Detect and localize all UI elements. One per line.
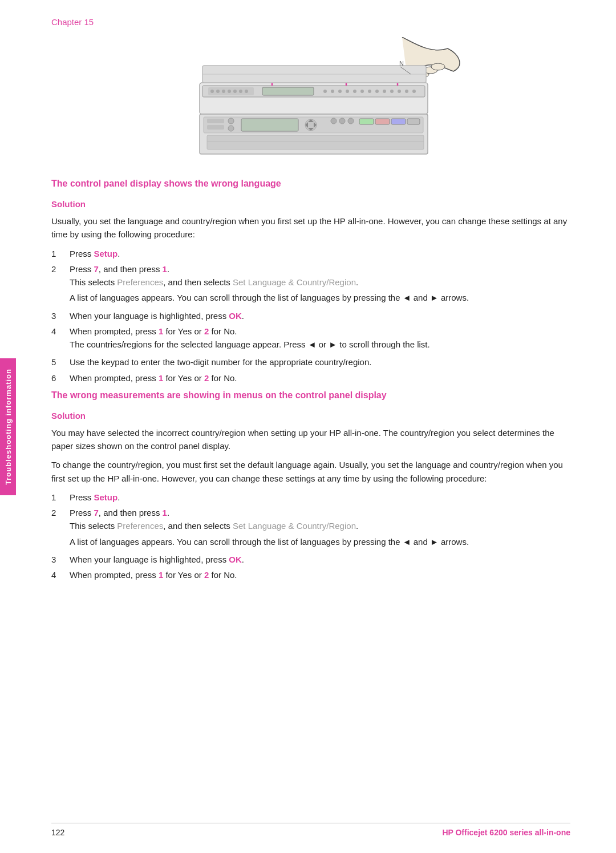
svg-point-27	[405, 90, 408, 93]
section2-steps: 1 Press Setup. 2 Press 7, and then press…	[51, 491, 570, 582]
sidebar-tab: Troubleshooting information	[0, 358, 16, 495]
section2-sub-heading: Solution	[51, 411, 570, 421]
svg-rect-37	[207, 119, 224, 123]
svg-point-26	[398, 90, 401, 93]
sub-text: This selects Preferences, and then selec…	[70, 276, 358, 289]
sub-text: This selects Preferences, and then selec…	[70, 519, 358, 532]
svg-point-23	[375, 90, 379, 93]
svg-point-18	[338, 90, 342, 93]
sub-text: A list of languages appears. You can scr…	[70, 535, 469, 548]
svg-point-22	[368, 90, 371, 93]
highlight-setlang: Set Language & Country/Region	[233, 277, 356, 287]
highlight-preferences: Preferences	[117, 521, 163, 531]
svg-point-11	[228, 90, 231, 93]
svg-point-17	[331, 90, 334, 93]
highlight-2: 2	[204, 326, 209, 336]
highlight-7: 7	[94, 508, 99, 518]
step-number: 5	[51, 355, 70, 369]
step-number: 3	[51, 553, 70, 566]
highlight-2: 2	[204, 373, 209, 383]
svg-point-47	[331, 118, 337, 124]
svg-point-21	[360, 90, 364, 93]
svg-point-16	[323, 90, 327, 93]
highlight-preferences: Preferences	[117, 277, 163, 287]
svg-point-13	[239, 90, 242, 93]
list-item: 2 Press 7, and then press 1. This select…	[51, 262, 570, 307]
step-content: Press 7, and then press 1.	[70, 506, 570, 519]
highlight-1: 1	[163, 264, 167, 274]
page-container: Troubleshooting information Chapter 15	[0, 0, 616, 853]
list-item: 3 When your language is highlighted, pre…	[51, 309, 570, 322]
step-content: When prompted, press 1 for Yes or 2 for …	[70, 371, 570, 385]
step-content: When your language is highlighted, press…	[70, 553, 570, 566]
svg-rect-51	[375, 119, 390, 124]
section1-heading: The control panel display shows the wron…	[51, 179, 570, 189]
svg-rect-38	[207, 125, 224, 130]
svg-rect-54	[207, 135, 424, 149]
list-item: 6 When prompted, press 1 for Yes or 2 fo…	[51, 371, 570, 385]
footer-bar: 122 HP Officejet 6200 series all-in-one	[51, 823, 570, 837]
list-item: 2 Press 7, and then press 1. This select…	[51, 506, 570, 551]
svg-point-49	[348, 118, 354, 124]
svg-text:N: N	[399, 60, 404, 67]
step-content: Press 7, and then press 1.	[70, 262, 570, 276]
svg-rect-50	[359, 119, 374, 124]
svg-rect-41	[241, 119, 298, 131]
svg-point-12	[233, 90, 237, 93]
section1-intro: Usually, you set the language and countr…	[51, 215, 570, 241]
step-number: 6	[51, 371, 70, 385]
step-number: 3	[51, 309, 70, 322]
step-content: Use the keypad to enter the two-digit nu…	[70, 355, 570, 369]
section1-steps: 1 Press Setup. 2 Press 7, and then press…	[51, 247, 570, 385]
footer-product: HP Officejet 6200 series all-in-one	[442, 828, 570, 837]
highlight-setup: Setup	[94, 492, 118, 502]
sub-text: The countries/regions for the selected l…	[70, 338, 430, 351]
highlight-1: 1	[159, 570, 163, 580]
svg-point-39	[228, 118, 234, 124]
highlight-ok: OK	[229, 555, 242, 564]
sub-text: A list of languages appears. You can scr…	[70, 291, 469, 304]
section2-intro1: You may have selected the incorrect coun…	[51, 426, 570, 453]
svg-point-19	[346, 90, 349, 93]
list-item: 3 When your language is highlighted, pre…	[51, 553, 570, 566]
device-image-area: N	[51, 37, 570, 163]
highlight-setlang: Set Language & Country/Region	[233, 521, 356, 531]
chapter-label: Chapter 15	[51, 17, 570, 27]
step-number: 1	[51, 491, 70, 504]
footer-page: 122	[51, 828, 64, 837]
device-illustration: N	[157, 37, 465, 163]
step-content: When prompted, press 1 for Yes or 2 for …	[70, 568, 570, 581]
list-item: 5 Use the keypad to enter the two-digit …	[51, 355, 570, 369]
section2-intro2: To change the country/region, you must f…	[51, 458, 570, 485]
svg-point-48	[339, 118, 345, 124]
svg-point-20	[353, 90, 356, 93]
highlight-setup: Setup	[94, 249, 118, 258]
svg-point-25	[390, 90, 394, 93]
step-content: When your language is highlighted, press…	[70, 309, 570, 322]
svg-point-9	[216, 90, 220, 93]
section1-sub-heading: Solution	[51, 199, 570, 209]
list-item: 1 Press Setup.	[51, 247, 570, 260]
step-number: 2	[51, 506, 70, 519]
svg-point-14	[245, 90, 248, 93]
svg-point-28	[412, 90, 416, 93]
step-content: Press Setup.	[70, 247, 570, 260]
highlight-2: 2	[204, 570, 209, 580]
svg-rect-52	[391, 119, 406, 124]
highlight-7: 7	[94, 264, 99, 274]
step-number: 2	[51, 262, 70, 276]
svg-rect-15	[262, 87, 314, 95]
highlight-1: 1	[159, 326, 163, 336]
list-item: 4 When prompted, press 1 for Yes or 2 fo…	[51, 568, 570, 581]
section2-heading: The wrong measurements are showing in me…	[51, 390, 570, 401]
svg-point-8	[210, 90, 214, 93]
list-item: 1 Press Setup.	[51, 491, 570, 504]
step-content: When prompted, press 1 for Yes or 2 for …	[70, 325, 570, 338]
step-number: 1	[51, 247, 70, 260]
step-content: Press Setup.	[70, 491, 570, 504]
svg-point-24	[383, 90, 386, 93]
step-number: 4	[51, 325, 70, 338]
list-item: 4 When prompted, press 1 for Yes or 2 fo…	[51, 325, 570, 354]
svg-point-10	[222, 90, 225, 93]
svg-point-40	[228, 126, 234, 131]
